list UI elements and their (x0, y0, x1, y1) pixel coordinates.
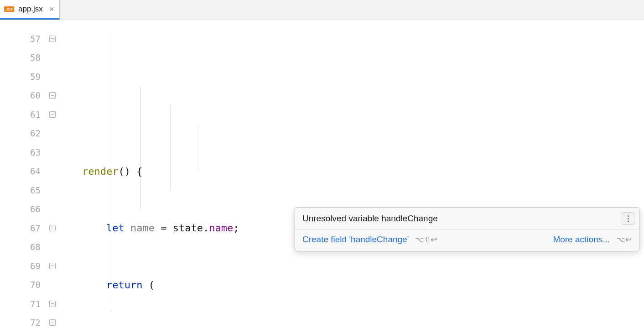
inspection-title: Unresolved variable handleChange (302, 214, 438, 224)
line-number[interactable]: 71 (30, 299, 41, 309)
fold-expand-icon[interactable] (49, 301, 56, 307)
quick-fix-action[interactable]: Create field 'handleChange' (302, 235, 409, 245)
line-number[interactable]: 60 (30, 90, 41, 100)
line-number[interactable]: 64 (30, 166, 41, 176)
line-number[interactable]: 68 (30, 242, 41, 252)
editor: 57 58 59 60 61 62 63 64 65 66 67 68 69 7… (0, 20, 644, 334)
close-tab-icon[interactable]: × (49, 5, 54, 13)
tab-filename: app.jsx (18, 5, 43, 14)
fold-expand-icon[interactable] (49, 319, 56, 326)
line-number[interactable]: 62 (30, 128, 41, 138)
fold-expand-icon[interactable] (49, 225, 56, 231)
line-number[interactable]: 69 (30, 261, 41, 271)
fold-collapse-icon[interactable] (49, 92, 56, 99)
line-number[interactable]: 61 (30, 110, 41, 120)
line-number[interactable]: 63 (30, 147, 41, 157)
more-actions-link[interactable]: More actions... (553, 235, 610, 245)
code-editor[interactable]: render() { let name = state.name; return… (59, 20, 644, 334)
line-number[interactable]: 58 (30, 52, 41, 63)
kebab-icon (628, 215, 629, 222)
code-line: return ( (59, 276, 644, 295)
line-number-gutter: 57 58 59 60 61 62 63 64 65 66 67 68 69 7… (0, 20, 46, 334)
shortcut-hint: ⌥⇧↩ (415, 235, 437, 245)
fold-expand-icon[interactable] (49, 263, 56, 269)
line-number[interactable]: 59 (30, 72, 41, 82)
fold-collapse-icon[interactable] (49, 36, 56, 42)
jsx-file-icon: JSX (4, 5, 15, 14)
line-number[interactable]: 57 (30, 34, 41, 44)
fold-collapse-icon[interactable] (49, 111, 56, 118)
code-line: <div> (59, 332, 644, 334)
code-line: render() { (59, 162, 644, 181)
line-number[interactable]: 65 (30, 185, 41, 195)
line-number[interactable]: 66 (30, 204, 41, 214)
tab-bar: JSX app.jsx × (0, 0, 644, 20)
inspection-popup: Unresolved variable handleChange Create … (295, 207, 639, 251)
line-number[interactable]: 70 (30, 280, 41, 290)
shortcut-hint: ⌥↩ (616, 235, 632, 245)
file-tab[interactable]: JSX app.jsx × (0, 0, 60, 20)
fold-gutter (46, 20, 59, 334)
line-number[interactable]: 72 (30, 318, 41, 328)
line-number[interactable]: 67 (30, 223, 41, 233)
more-options-button[interactable] (622, 212, 634, 225)
